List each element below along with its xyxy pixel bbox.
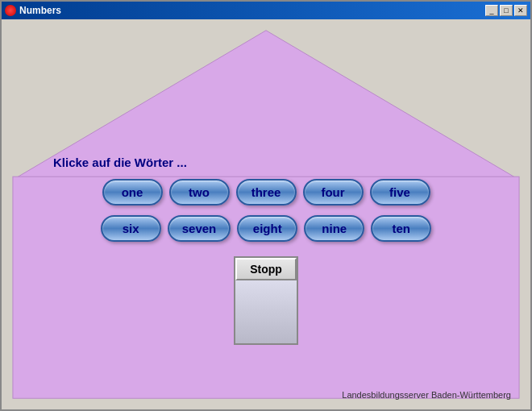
button-seven[interactable]: seven xyxy=(168,215,231,242)
button-five[interactable]: five xyxy=(370,179,430,206)
window-title: Numbers xyxy=(19,5,61,16)
app-icon xyxy=(5,5,16,16)
close-button[interactable]: ✕ xyxy=(514,5,527,16)
window: Numbers _ □ ✕ Klicke auf die Wörter ... … xyxy=(0,0,532,411)
house-container: Klicke auf die Wörter ... one two three … xyxy=(5,23,527,406)
button-four[interactable]: four xyxy=(303,179,364,206)
content-area: Klicke auf die Wörter ... one two three … xyxy=(5,23,527,406)
button-nine[interactable]: nine xyxy=(304,215,364,242)
instruction-text: Klicke auf die Wörter ... xyxy=(53,156,187,169)
button-one[interactable]: one xyxy=(102,179,163,206)
button-three[interactable]: three xyxy=(236,179,297,206)
footer-text: Landesbildungsserver Baden-Württemberg xyxy=(342,390,511,400)
numbers-row-2: six seven eight nine ten xyxy=(101,215,432,242)
title-bar-left: Numbers xyxy=(5,5,61,16)
minimize-button[interactable]: _ xyxy=(485,5,498,16)
maximize-button[interactable]: □ xyxy=(500,5,513,16)
title-buttons: _ □ ✕ xyxy=(485,5,527,16)
stopp-area: Stopp xyxy=(234,256,298,345)
button-eight[interactable]: eight xyxy=(237,215,297,242)
stopp-button[interactable]: Stopp xyxy=(235,258,297,280)
button-ten[interactable]: ten xyxy=(371,215,431,242)
window-content: Klicke auf die Wörter ... one two three … xyxy=(2,19,530,409)
numbers-row-1: one two three four five xyxy=(102,179,430,206)
button-six[interactable]: six xyxy=(101,215,161,242)
door: Stopp xyxy=(234,256,298,345)
button-two[interactable]: two xyxy=(169,179,230,206)
title-bar: Numbers _ □ ✕ xyxy=(2,2,530,19)
